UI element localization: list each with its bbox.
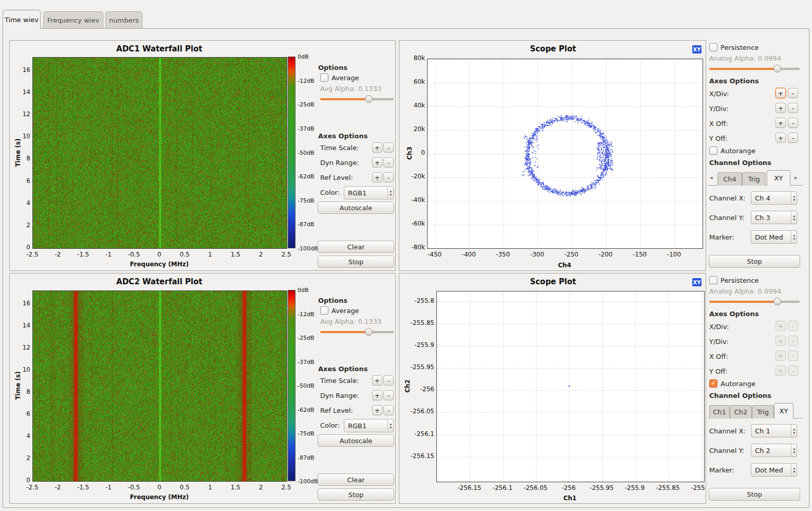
- dyn-range-increase-button[interactable]: +: [372, 157, 382, 168]
- yoff-label: Y Off:: [709, 368, 728, 375]
- slider-fill: [320, 98, 368, 100]
- xdiv-increase-button[interactable]: +: [776, 88, 786, 98]
- channel-tab-xy[interactable]: XY: [767, 170, 790, 186]
- xoff-decrease-button[interactable]: -: [788, 351, 798, 361]
- tick-label: -250: [557, 251, 586, 258]
- tabs-scroll-left-icon[interactable]: ◂: [710, 174, 713, 181]
- yoff-increase-button[interactable]: +: [776, 133, 786, 143]
- marker-select[interactable]: Dot Med ▴▾: [751, 463, 797, 477]
- channel-tab-ch4[interactable]: Ch4: [717, 172, 742, 186]
- analog-alpha-slider[interactable]: [709, 298, 800, 305]
- ydiv-decrease-button[interactable]: -: [788, 103, 798, 113]
- tick-label: -256.1: [405, 430, 434, 437]
- tick-label: -12dB: [298, 78, 315, 84]
- channel-tab-trig[interactable]: Trig: [752, 405, 774, 418]
- yoff-decrease-button[interactable]: -: [788, 133, 798, 143]
- autorange-checkbox[interactable]: [709, 379, 717, 388]
- time-scale-increase-button[interactable]: +: [372, 142, 382, 153]
- time-scale-increase-button[interactable]: +: [372, 375, 382, 386]
- scope-plot-canvas[interactable]: [436, 291, 705, 482]
- spinner-arrows-icon[interactable]: ▴▾: [791, 211, 797, 224]
- dyn-range-increase-button[interactable]: +: [372, 390, 382, 400]
- stop-button[interactable]: Stop: [318, 256, 394, 268]
- autorange-label: Autorange: [721, 380, 755, 388]
- time-scale-decrease-button[interactable]: -: [383, 142, 394, 153]
- analog-alpha-slider[interactable]: [709, 65, 800, 72]
- stop-button[interactable]: Stop: [709, 255, 800, 268]
- autorange-checkbox[interactable]: [709, 147, 717, 155]
- slider-handle[interactable]: [773, 65, 781, 72]
- ref-level-decrease-button[interactable]: -: [383, 405, 394, 415]
- y-axis-label: Ch2: [404, 379, 411, 393]
- clear-button[interactable]: Clear: [318, 241, 394, 253]
- persistence-checkbox[interactable]: [709, 43, 717, 51]
- yoff-decrease-button[interactable]: -: [788, 366, 798, 376]
- xdiv-decrease-button[interactable]: -: [788, 88, 798, 98]
- ydiv-increase-button[interactable]: +: [776, 103, 786, 113]
- clear-button[interactable]: Clear: [318, 473, 394, 486]
- tick-label: 6: [9, 177, 30, 185]
- ydiv-label: Y/Div:: [709, 105, 728, 113]
- ydiv-decrease-button[interactable]: -: [788, 336, 798, 346]
- average-checkbox[interactable]: [320, 74, 328, 82]
- spinner-arrows-icon[interactable]: ▴▾: [791, 425, 797, 437]
- tick-label: 4: [9, 432, 30, 440]
- scope-controls-bottom: Persistence Analog Alpha: 0.0994 Axes Op…: [708, 273, 803, 504]
- autoscale-button[interactable]: Autoscale: [318, 434, 394, 447]
- stop-button[interactable]: Stop: [709, 488, 800, 501]
- scope-plot-canvas[interactable]: [427, 59, 703, 249]
- dyn-range-decrease-button[interactable]: -: [383, 390, 394, 400]
- tick-label: 2.5: [272, 251, 301, 258]
- channel-y-select[interactable]: Ch 2 ▴▾: [751, 444, 797, 457]
- channel-x-select[interactable]: Ch 4 ▴▾: [751, 191, 797, 205]
- channel-tab-xy[interactable]: XY: [774, 403, 793, 418]
- channel-options-heading: Channel Options: [709, 159, 771, 167]
- xoff-increase-button[interactable]: +: [776, 118, 786, 128]
- channel-x-value: Ch 4: [755, 194, 770, 202]
- tick-label: -0.5: [120, 484, 149, 491]
- marker-label: Marker:: [709, 466, 734, 474]
- channel-tab-ch2[interactable]: Ch2: [730, 405, 752, 418]
- spinner-arrows-icon[interactable]: ▴▾: [791, 444, 797, 457]
- ref-level-increase-button[interactable]: +: [372, 405, 382, 415]
- color-select[interactable]: RGB1 ▴▾: [344, 419, 394, 432]
- slider-handle[interactable]: [365, 95, 373, 103]
- time-scale-decrease-button[interactable]: -: [383, 375, 394, 386]
- avg-alpha-slider[interactable]: [320, 328, 394, 336]
- marker-select[interactable]: Dot Med ▴▾: [751, 230, 797, 244]
- spinner-arrows-icon[interactable]: ▴▾: [791, 464, 797, 476]
- xoff-decrease-button[interactable]: -: [788, 118, 798, 128]
- spinner-arrows-icon[interactable]: ▴▾: [791, 231, 797, 243]
- channel-tab-ch1[interactable]: Ch1: [709, 405, 730, 418]
- average-checkbox[interactable]: [320, 306, 328, 315]
- color-select[interactable]: RGB1 ▴▾: [344, 186, 394, 199]
- autoscale-button[interactable]: Autoscale: [318, 202, 394, 214]
- slider-handle[interactable]: [365, 328, 373, 336]
- spinner-arrows-icon[interactable]: ▴▾: [387, 187, 393, 199]
- spinner-arrows-icon[interactable]: ▴▾: [791, 192, 797, 204]
- tabs-scroll-right-icon[interactable]: ▸: [795, 174, 798, 181]
- xdiv-increase-button[interactable]: +: [776, 321, 786, 331]
- yoff-increase-button[interactable]: +: [776, 366, 786, 376]
- avg-alpha-slider[interactable]: [320, 95, 394, 103]
- tab-time-view[interactable]: Time wiev: [3, 10, 41, 29]
- channel-y-label: Channel Y:: [709, 214, 744, 222]
- dyn-range-decrease-button[interactable]: -: [383, 157, 394, 168]
- xdiv-decrease-button[interactable]: -: [788, 321, 798, 331]
- options-heading: Options: [318, 64, 347, 71]
- slider-handle[interactable]: [773, 298, 781, 305]
- channel-tab-trig[interactable]: Trig: [742, 172, 766, 186]
- ydiv-increase-button[interactable]: +: [776, 336, 786, 346]
- xoff-increase-button[interactable]: +: [776, 351, 786, 361]
- ref-level-increase-button[interactable]: +: [372, 172, 382, 182]
- channel-x-select[interactable]: Ch 1 ▴▾: [751, 424, 797, 437]
- tab-numbers[interactable]: numbers: [105, 11, 142, 28]
- ref-level-decrease-button[interactable]: -: [383, 172, 394, 182]
- waterfall-plot-canvas[interactable]: [32, 290, 287, 482]
- tab-frequency-view[interactable]: Frequency wiev: [43, 11, 103, 28]
- stop-button[interactable]: Stop: [318, 488, 394, 501]
- channel-y-select[interactable]: Ch 3 ▴▾: [751, 211, 797, 224]
- spinner-arrows-icon[interactable]: ▴▾: [387, 419, 393, 432]
- persistence-checkbox[interactable]: [709, 276, 717, 284]
- waterfall-plot-canvas[interactable]: [32, 57, 287, 249]
